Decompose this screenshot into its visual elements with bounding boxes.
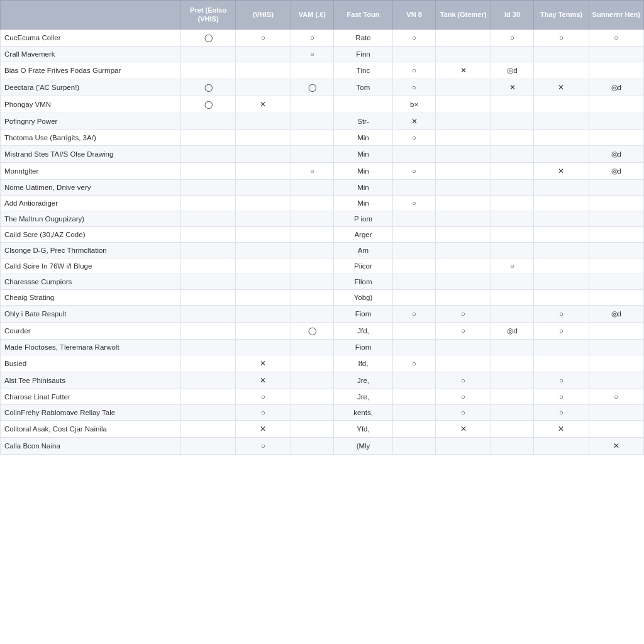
cell-vam	[291, 113, 334, 130]
cell-eolso	[236, 79, 291, 96]
cell-eolso: ✕	[236, 96, 291, 113]
cell-sunner	[589, 274, 643, 289]
cell-fast: Finn	[334, 46, 393, 62]
cell-fast: Min	[334, 179, 393, 195]
cell-name: Deectara ('AC Surpen!)	[1, 79, 181, 96]
cell-fast: Min	[334, 195, 393, 211]
cell-pret: ◯	[180, 29, 235, 46]
cell-id30	[491, 179, 534, 195]
table-row: Phongay VMN◯✕b×	[1, 96, 644, 113]
cell-sunner	[589, 355, 643, 372]
cell-name: Colitoral Asak, Cost Cjar Nainila	[1, 420, 181, 437]
cell-fast: Jfd,	[334, 322, 393, 339]
cell-name: The Maltrun Ougupizary)	[1, 211, 181, 226]
cell-eolso	[236, 339, 291, 355]
cell-id30	[491, 339, 534, 355]
cell-name: Cheaig Strating	[1, 289, 181, 305]
cell-vam: ◯	[291, 322, 334, 339]
cell-id30	[491, 305, 534, 322]
table-row: Calla Bcon Naina○(Mly✕	[1, 437, 644, 454]
cell-eolso	[236, 322, 291, 339]
cell-thay	[534, 242, 589, 258]
cell-eolso: ✕	[236, 420, 291, 437]
cell-name: Calld Scire In 76W i/l Bluge	[1, 258, 181, 274]
cell-eolso	[236, 113, 291, 130]
table-row: Busied✕Ifd,○	[1, 355, 644, 372]
cell-fast: Yobg)	[334, 289, 393, 305]
cell-id30	[491, 389, 534, 404]
cell-eolso	[236, 242, 291, 258]
cell-pret	[180, 62, 235, 79]
cell-eolso: ✕	[236, 355, 291, 372]
cell-vam: ○	[291, 29, 334, 46]
cell-vam: ◯	[291, 79, 334, 96]
cell-thay: ○	[534, 29, 589, 46]
table-row: Pofingnry PowerStr-✕	[1, 113, 644, 130]
cell-sunner	[589, 211, 643, 226]
cell-name: Made Flootoses, Tleremara Rarwolt	[1, 339, 181, 355]
cell-fast: P iom	[334, 211, 393, 226]
table-row: Nome Uatimen, Dnive veryMin	[1, 179, 644, 195]
cell-name: Mistrand Stes TAI/S Olse Drawing	[1, 145, 181, 162]
cell-id30	[491, 242, 534, 258]
cell-pret	[180, 179, 235, 195]
header-fast: Fast Toun	[334, 1, 393, 30]
cell-fast: Jre,	[334, 372, 393, 389]
cell-tank	[436, 195, 491, 211]
cell-eolso: ✕	[236, 372, 291, 389]
cell-fast: Fiom	[334, 339, 393, 355]
cell-pret: ◯	[180, 79, 235, 96]
table-row: Mistrand Stes TAI/S Olse DrawingMin◎d	[1, 145, 644, 162]
cell-sunner	[589, 404, 643, 420]
cell-sunner: ○	[589, 29, 643, 46]
cell-thay	[534, 113, 589, 130]
cell-name: Charose Linat Futter	[1, 389, 181, 404]
table-row: Alst Tee Phinisauts✕Jre,○○	[1, 372, 644, 389]
cell-vn8: ○	[392, 62, 436, 79]
cell-pret	[180, 258, 235, 274]
header-tank: Tank (Gtemer)	[436, 1, 491, 30]
cell-fast: Jre,	[334, 389, 393, 404]
cell-sunner	[589, 195, 643, 211]
cell-fast: Min	[334, 162, 393, 179]
cell-pret	[180, 404, 235, 420]
cell-eolso	[236, 145, 291, 162]
table-row: Charessse CumpiorsFllom	[1, 274, 644, 289]
cell-eolso: ○	[236, 389, 291, 404]
cell-eolso	[236, 46, 291, 62]
cell-name: Calla Bcon Naina	[1, 437, 181, 454]
cell-pret	[180, 355, 235, 372]
cell-id30	[491, 130, 534, 145]
cell-vn8: ○	[392, 29, 436, 46]
cell-pret	[180, 162, 235, 179]
cell-name: Thotoma Use (Barrigits, 3A/)	[1, 130, 181, 145]
table-row: Thotoma Use (Barrigits, 3A/)Min○	[1, 130, 644, 145]
cell-pret	[180, 195, 235, 211]
cell-pret: ◯	[180, 96, 235, 113]
cell-vam	[291, 289, 334, 305]
cell-vam	[291, 258, 334, 274]
cell-pret	[180, 372, 235, 389]
cell-vn8: ○	[392, 305, 436, 322]
cell-vam	[291, 96, 334, 113]
cell-id30	[491, 404, 534, 420]
cell-eolso: ○	[236, 437, 291, 454]
cell-sunner	[589, 179, 643, 195]
cell-thay	[534, 226, 589, 242]
cell-vn8	[392, 258, 436, 274]
data-table: Pret (Eolso (VHIS) (VHIS) VAM (.€) Fast …	[0, 0, 644, 455]
cell-pret	[180, 305, 235, 322]
cell-thay: ○	[534, 389, 589, 404]
cell-vam	[291, 62, 334, 79]
cell-vam	[291, 226, 334, 242]
cell-thay	[534, 145, 589, 162]
cell-thay: ○	[534, 372, 589, 389]
cell-id30: ◎d	[491, 62, 534, 79]
cell-id30	[491, 437, 534, 454]
cell-fast: Ifd,	[334, 355, 393, 372]
cell-name: Courder	[1, 322, 181, 339]
cell-name: Clsonge D-G, Prec Thrmcltation	[1, 242, 181, 258]
cell-pret	[180, 113, 235, 130]
cell-eolso	[236, 258, 291, 274]
cell-eolso	[236, 289, 291, 305]
